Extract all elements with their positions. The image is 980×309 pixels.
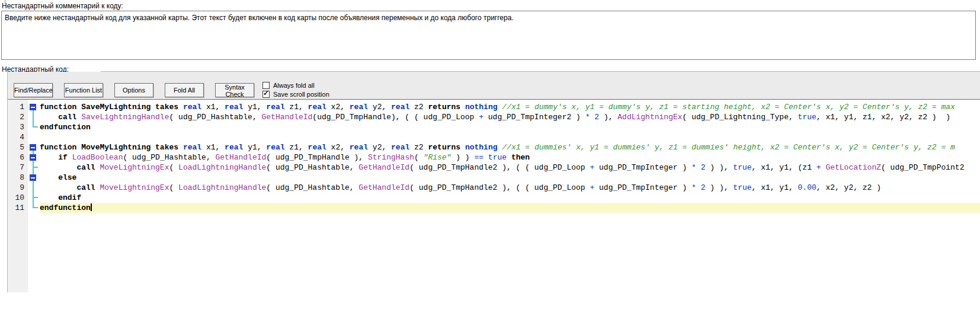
fold-margin <box>28 203 40 213</box>
line-number: 7 <box>8 163 28 173</box>
editor-row: 10 endif <box>8 193 980 203</box>
editor-row: 2 call SaveLightningHandle( udg_PD_Hasht… <box>8 112 980 122</box>
options-button[interactable]: Options <box>114 83 153 97</box>
editor-row: 1function SaveMyLightning takes real x1,… <box>8 102 980 112</box>
comment-section-label: Нестандартный комментарий к коду: <box>2 2 123 10</box>
fold-guide-line <box>33 183 34 193</box>
editor-row: 11endfunction <box>8 203 980 213</box>
line-number: 5 <box>8 142 28 152</box>
code-line: else <box>40 173 980 183</box>
line-number: 4 <box>8 132 28 142</box>
fold-toggle[interactable] <box>30 154 36 161</box>
minus-icon <box>31 177 35 179</box>
fold-toggle[interactable] <box>30 104 36 110</box>
line-number: 6 <box>8 152 28 163</box>
line-number: 8 <box>8 173 28 183</box>
line-number: 10 <box>8 193 28 203</box>
find-replace-button[interactable]: Find/Replace <box>14 83 53 97</box>
code-line: call MoveLightningEx( LoadLightningHandl… <box>40 183 980 193</box>
editor-rows: 1function SaveMyLightning takes real x1,… <box>8 102 980 213</box>
fold-guide-corner <box>33 197 38 198</box>
code-line <box>40 132 980 142</box>
fold-guide-line <box>33 112 34 122</box>
editor-row: 9 call MoveLightningEx( LoadLightningHan… <box>8 183 980 193</box>
line-number: 9 <box>8 183 28 193</box>
code-editor[interactable]: 1function SaveMyLightning takes real x1,… <box>8 99 980 292</box>
fold-toggle[interactable] <box>30 174 36 181</box>
fold-margin <box>28 112 40 122</box>
minus-icon <box>31 157 35 158</box>
fold-all-button[interactable]: Fold All <box>165 83 204 97</box>
code-line: function SaveMyLightning takes real x1, … <box>40 102 980 112</box>
editor-row: 8 else <box>8 173 980 183</box>
checkbox-always-fold-all[interactable]: Always fold all <box>262 81 329 90</box>
code-line: call MoveLightningEx( LoadLightningHandl… <box>40 163 980 173</box>
fold-toggle[interactable] <box>30 144 36 151</box>
code-line: endif <box>40 193 980 203</box>
editor-row: 6 if LoadBoolean( udg_PD_Hashtable, GetH… <box>8 152 980 163</box>
fold-margin <box>28 183 40 193</box>
function-list-button[interactable]: Function List <box>64 83 103 97</box>
editor-row: 3endfunction <box>8 122 980 132</box>
editor-row: 7 call MoveLightningEx( LoadLightningHan… <box>8 163 980 173</box>
fold-margin <box>28 132 40 142</box>
editor-row: 4 <box>8 132 980 142</box>
editor-toolbar: Find/ReplaceFunction ListOptionsFold All… <box>8 72 980 99</box>
fold-margin <box>28 193 40 203</box>
code-line: function MoveMyLightning takes real x1, … <box>40 142 980 152</box>
map-comment-box[interactable]: Введите ниже нестандартный код для указа… <box>1 11 976 60</box>
fold-guide-corner <box>33 207 38 208</box>
minus-icon <box>31 147 35 148</box>
code-line: if LoadBoolean( udg_PD_Hashtable, GetHan… <box>40 152 980 163</box>
fold-guide-corner <box>33 126 38 128</box>
line-number: 1 <box>8 102 28 112</box>
fold-margin <box>28 163 40 173</box>
fold-margin <box>28 142 40 152</box>
code-line: call SaveLightningHandle( udg_PD_Hashtab… <box>40 112 980 122</box>
fold-guide-corner <box>33 167 38 168</box>
fold-margin <box>28 173 40 183</box>
toolbar-buttons: Find/ReplaceFunction ListOptionsFold All… <box>8 72 980 99</box>
line-number: 11 <box>8 203 28 213</box>
fold-margin <box>28 122 40 132</box>
unchecked-checkbox-icon <box>262 82 270 89</box>
line-number: 2 <box>8 112 28 122</box>
code-line: endfunction <box>40 203 980 213</box>
checked-checkbox-icon: ✓ <box>262 91 270 98</box>
line-number: 3 <box>8 122 28 132</box>
syntax-check-button[interactable]: Syntax Check <box>215 83 254 97</box>
checkbox-save-scroll-position[interactable]: ✓Save scroll position <box>262 90 329 98</box>
checkbox-label: Save scroll position <box>273 91 329 98</box>
code-line: endfunction <box>40 122 980 132</box>
toolbar-checkboxes: Always fold all✓Save scroll position <box>262 81 329 98</box>
fold-margin <box>28 102 40 112</box>
fold-margin <box>28 152 40 163</box>
text-caret <box>91 203 92 211</box>
editor-row: 5function MoveMyLightning takes real x1,… <box>8 142 980 152</box>
checkmark-icon: ✓ <box>263 90 269 97</box>
minus-icon <box>31 107 35 108</box>
checkbox-label: Always fold all <box>273 82 315 89</box>
